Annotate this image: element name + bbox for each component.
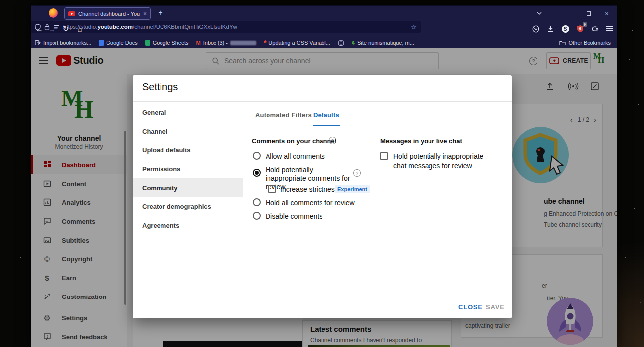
site-icon: ¢ — [352, 40, 355, 46]
settings-nav: General Channel Upload defaults Permissi… — [133, 103, 243, 235]
blurred-text — [230, 41, 256, 45]
active-tab-underline — [313, 125, 340, 126]
sheets-icon — [145, 40, 150, 46]
settings-nav-creator-demographics[interactable]: Creator demographics — [133, 197, 243, 216]
puzzle-extension-icon[interactable] — [590, 23, 600, 35]
reload-button[interactable]: ↻ — [60, 23, 72, 35]
youtube-studio-page: Studio ? CREATE M H M H Your channel Mon… — [31, 48, 617, 347]
adblock-badge: 9 — [583, 22, 587, 27]
new-tab-button[interactable]: + — [156, 8, 165, 17]
settings-nav-channel[interactable]: Channel — [133, 122, 243, 141]
checkbox-increase-strictness[interactable] — [268, 185, 276, 193]
bookmark-globe[interactable] — [338, 40, 344, 46]
tab-close-icon[interactable]: × — [143, 10, 147, 17]
modal-vertical-divider — [243, 101, 243, 298]
title-bar: Channel dashboard - YouTube × + – × — [31, 6, 617, 21]
docs-icon — [99, 40, 104, 46]
gmail-icon: M — [196, 40, 201, 46]
firefox-icon[interactable] — [49, 8, 58, 18]
settings-nav-permissions[interactable]: Permissions — [133, 159, 243, 178]
url-text: https://studio.youtube.com/channel/UC6KB… — [63, 24, 407, 30]
tab-automated-filters[interactable]: Automated Filters — [255, 111, 312, 119]
url-bar[interactable]: https://studio.youtube.com/channel/UC6KB… — [31, 21, 421, 33]
modal-title: Settings — [142, 81, 178, 93]
back-button[interactable]: ← — [33, 23, 45, 35]
comments-section-heading: Comments on your channel — [252, 137, 336, 145]
folder-icon — [559, 40, 566, 46]
settings-nav-upload-defaults[interactable]: Upload defaults — [133, 141, 243, 159]
radio-allow-all[interactable] — [253, 152, 261, 160]
bookmark-css-variable[interactable]: * Updating a CSS Variabl... — [264, 40, 330, 46]
close-button-modal[interactable]: CLOSE — [458, 303, 483, 311]
settings-nav-community[interactable]: Community — [133, 178, 243, 197]
menu-icon[interactable] — [604, 23, 615, 35]
tab-list-chevron-icon[interactable] — [532, 8, 547, 19]
comments-help-icon[interactable]: ? — [329, 137, 336, 144]
other-bookmarks[interactable]: Other Bookmarks — [559, 40, 611, 46]
bookmark-google-sheets[interactable]: Google Sheets — [145, 40, 189, 46]
save-button-modal[interactable]: SAVE — [486, 303, 505, 311]
radio-disable[interactable] — [253, 212, 261, 220]
asterisk-icon: * — [264, 41, 266, 45]
modal-footer-divider — [133, 298, 512, 298]
experiment-badge: Experiment — [335, 185, 370, 193]
navigation-toolbar: ← → ↻ ⌂ https://studio.youtube.com/chann… — [31, 21, 617, 37]
settings-modal: Settings General Channel Upload defaults… — [133, 75, 512, 318]
settings-nav-general[interactable]: General — [133, 103, 243, 122]
maximize-button[interactable] — [581, 8, 596, 19]
browser-tab[interactable]: Channel dashboard - YouTube × — [64, 7, 151, 20]
tab-defaults[interactable]: Defaults — [313, 111, 339, 119]
import-icon — [35, 40, 41, 46]
hold-help-icon[interactable]: ? — [353, 169, 361, 177]
livechat-section-heading: Messages in your live chat — [380, 137, 462, 145]
minimize-button[interactable]: – — [562, 8, 577, 19]
globe-icon — [338, 40, 344, 46]
checkbox-hold-chat[interactable] — [380, 152, 388, 160]
pocket-icon[interactable] — [530, 23, 541, 35]
toolbar-extensions: S 9 — [530, 23, 615, 35]
download-icon[interactable] — [545, 23, 556, 35]
close-button[interactable]: × — [599, 8, 614, 19]
bookmark-star-icon[interactable]: ☆ — [411, 23, 417, 31]
settings-nav-agreements[interactable]: Agreements — [133, 216, 243, 235]
radio-hold-inappropriate-selected[interactable] — [253, 169, 261, 177]
adblock-icon[interactable]: 9 — [575, 23, 586, 35]
youtube-favicon — [68, 11, 75, 16]
browser-window: Channel dashboard - YouTube × + – × ← → … — [31, 5, 617, 347]
community-tabs: Automated Filters Defaults — [243, 101, 512, 126]
radio-hold-all[interactable] — [253, 198, 261, 206]
bookmark-import[interactable]: Import bookmarks... — [35, 40, 91, 46]
forward-button[interactable]: → — [46, 23, 58, 35]
extension-s-icon[interactable]: S — [560, 23, 571, 35]
bookmark-numismatique[interactable]: ¢ Site numismatique, m... — [352, 40, 414, 46]
desktop-glow — [614, 198, 644, 347]
home-button[interactable]: ⌂ — [74, 23, 86, 35]
bookmarks-bar: Import bookmarks... Google Docs Google S… — [31, 37, 617, 48]
bookmark-inbox[interactable]: M Inbox (3) - — [196, 40, 256, 46]
bookmark-google-docs[interactable]: Google Docs — [99, 40, 138, 46]
tab-title: Channel dashboard - YouTube — [78, 11, 140, 17]
